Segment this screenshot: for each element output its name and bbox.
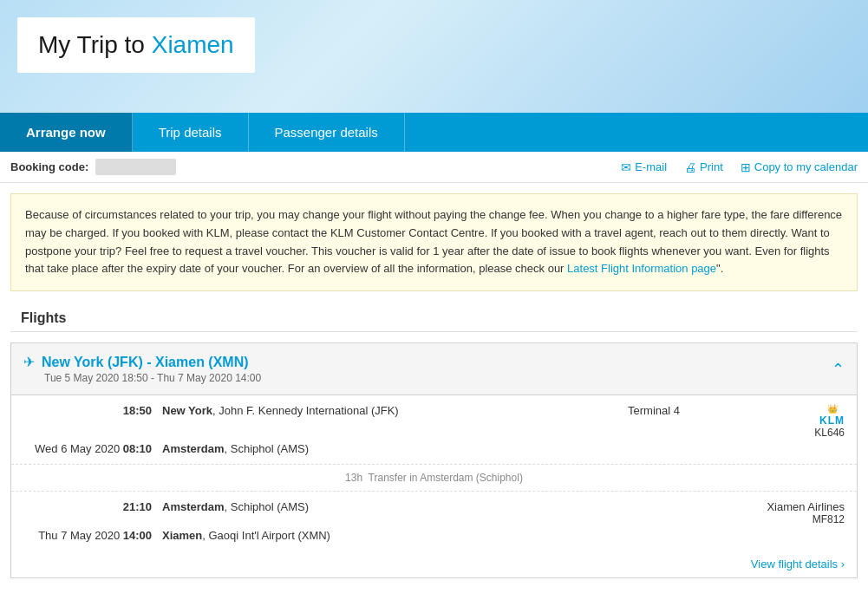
seg2-arr-airport: Gaoqi Int'l Airport (XMN) bbox=[208, 529, 330, 542]
seg2-dep-time: 21:10 bbox=[123, 500, 152, 513]
seg1-arr-time: 08:10 bbox=[123, 442, 152, 455]
booking-code-section: Booking code: XXXXXXX bbox=[10, 159, 176, 175]
seg1-arr-date: Wed 6 May 2020 bbox=[35, 442, 120, 455]
seg1-dep-airport: John F. Kennedy International (JFK) bbox=[219, 404, 398, 417]
flight-route-text: New York (JFK) - Xiamen (XMN) bbox=[42, 355, 249, 370]
booking-code-label: Booking code: bbox=[10, 160, 88, 173]
title-highlight: Xiamen bbox=[152, 31, 234, 58]
tab-arrange-now[interactable]: Arrange now bbox=[0, 113, 133, 152]
calendar-label: Copy to my calendar bbox=[754, 160, 858, 173]
print-action[interactable]: 🖨 Print bbox=[684, 160, 723, 174]
flight-route: ✈ New York (JFK) - Xiamen (XMN) bbox=[23, 354, 261, 370]
booking-code-value: XXXXXXX bbox=[95, 159, 176, 175]
calendar-action[interactable]: ⊞ Copy to my calendar bbox=[741, 160, 858, 174]
seg1-arr-time-col: Wed 6 May 2020 08:10 bbox=[23, 442, 162, 455]
flight-card-header: ✈ New York (JFK) - Xiamen (XMN) Tue 5 Ma… bbox=[11, 343, 857, 395]
email-label: E-mail bbox=[635, 160, 667, 173]
segment-row-arr: Wed 6 May 2020 08:10 Amsterdam, Schiphol… bbox=[23, 442, 845, 455]
seg1-airline-col: 👑 KLM KL646 bbox=[732, 404, 845, 439]
flight-route-left: ✈ New York (JFK) - Xiamen (XMN) Tue 5 Ma… bbox=[23, 354, 261, 384]
seg1-flight-number: KL646 bbox=[732, 427, 845, 439]
seg2-dep-time-col: 21:10 bbox=[23, 500, 162, 513]
seg2-dep-airport-col: Amsterdam, Schiphol (AMS) bbox=[162, 500, 628, 513]
latest-flight-info-link[interactable]: Latest Flight Information page bbox=[567, 262, 716, 275]
seg2-airline-name: Xiamen Airlines bbox=[732, 500, 845, 513]
transfer-row: 13h Transfer in Amsterdam (Schiphol) bbox=[11, 465, 857, 492]
notice-text-after: ". bbox=[716, 262, 723, 275]
klm-logo: 👑 KLM bbox=[819, 404, 845, 427]
notice-box: Because of circumstances related to your… bbox=[10, 193, 858, 291]
view-details-row: View flight details › bbox=[11, 551, 857, 577]
flight-departure-icon: ✈ bbox=[23, 354, 35, 370]
flights-section-title: Flights bbox=[10, 302, 858, 332]
toolbar-actions: ✉ E-mail 🖨 Print ⊞ Copy to my calendar bbox=[621, 160, 858, 174]
print-icon: 🖨 bbox=[684, 160, 696, 174]
flight-segment-2: 21:10 Amsterdam, Schiphol (AMS) Xiamen A… bbox=[11, 492, 857, 551]
transfer-text: Transfer in Amsterdam (Schiphol) bbox=[369, 472, 523, 484]
tab-passenger-details[interactable]: Passenger details bbox=[249, 113, 405, 152]
seg2-arr-airport-col: Xiamen, Gaoqi Int'l Airport (XMN) bbox=[162, 529, 628, 542]
flight-card: ✈ New York (JFK) - Xiamen (XMN) Tue 5 Ma… bbox=[10, 342, 858, 578]
seg2-arr-city: Xiamen bbox=[162, 529, 202, 542]
email-action[interactable]: ✉ E-mail bbox=[621, 160, 667, 174]
segment2-row-dep: 21:10 Amsterdam, Schiphol (AMS) Xiamen A… bbox=[23, 500, 845, 525]
seg2-arr-time-col: Thu 7 May 2020 14:00 bbox=[23, 529, 162, 542]
page-header: My Trip to Xiamen bbox=[0, 0, 868, 113]
seg2-arr-time: 14:00 bbox=[123, 529, 152, 542]
seg1-terminal: Terminal 4 bbox=[628, 404, 680, 417]
seg1-arr-city: Amsterdam bbox=[162, 442, 225, 455]
print-label: Print bbox=[700, 160, 723, 173]
view-flight-details-link[interactable]: View flight details › bbox=[751, 558, 845, 571]
title-box: My Trip to Xiamen bbox=[17, 17, 255, 73]
seg2-airline-col: Xiamen Airlines MF812 bbox=[732, 500, 845, 525]
seg2-arr-date: Thu 7 May 2020 bbox=[38, 529, 120, 542]
segment2-row-arr: Thu 7 May 2020 14:00 Xiamen, Gaoqi Int'l… bbox=[23, 529, 845, 542]
seg1-dep-city: New York bbox=[162, 404, 212, 417]
collapse-icon[interactable]: ⌃ bbox=[832, 360, 845, 379]
flight-segment-1: 18:50 New York, John F. Kennedy Internat… bbox=[11, 395, 857, 465]
toolbar-row: Booking code: XXXXXXX ✉ E-mail 🖨 Print ⊞… bbox=[0, 152, 868, 183]
tab-trip-details[interactable]: Trip details bbox=[133, 113, 249, 152]
seg2-flight-number: MF812 bbox=[732, 513, 845, 525]
transfer-duration: 13h bbox=[345, 472, 362, 484]
klm-airline-name: KLM bbox=[819, 414, 845, 427]
seg1-dep-time-col: 18:50 bbox=[23, 404, 162, 417]
seg1-dep-airport-col: New York, John F. Kennedy International … bbox=[162, 404, 628, 417]
seg2-dep-city: Amsterdam bbox=[162, 500, 225, 513]
seg1-arr-airport: Schiphol (AMS) bbox=[231, 442, 309, 455]
flight-dates: Tue 5 May 2020 18:50 - Thu 7 May 2020 14… bbox=[23, 372, 261, 384]
seg2-dep-airport: Schiphol (AMS) bbox=[231, 500, 309, 513]
email-icon: ✉ bbox=[621, 160, 631, 174]
title-prefix: My Trip to bbox=[38, 31, 152, 58]
seg1-dep-time: 18:50 bbox=[123, 404, 152, 417]
seg1-arr-airport-col: Amsterdam, Schiphol (AMS) bbox=[162, 442, 628, 455]
seg1-terminal-col: Terminal 4 bbox=[628, 404, 732, 417]
nav-tabs: Arrange now Trip details Passenger detai… bbox=[0, 113, 868, 152]
klm-crown-icon: 👑 bbox=[819, 404, 845, 414]
calendar-icon: ⊞ bbox=[741, 160, 751, 174]
segment-row-dep: 18:50 New York, John F. Kennedy Internat… bbox=[23, 404, 845, 439]
